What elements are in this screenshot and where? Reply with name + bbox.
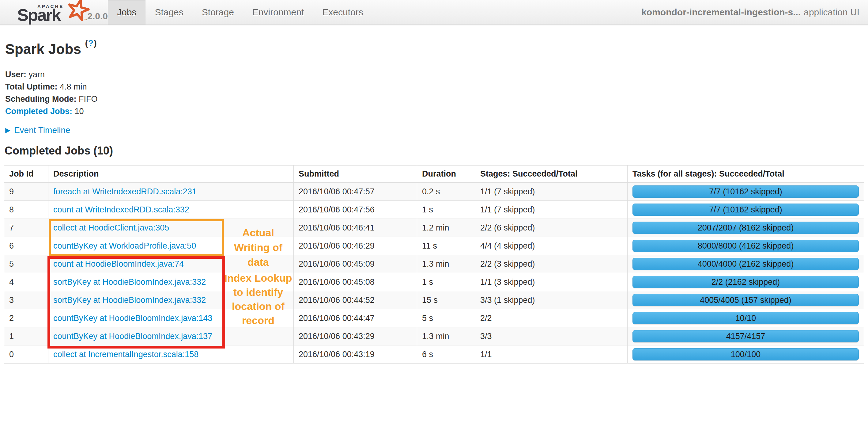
summary-user: User: yarn [5, 68, 864, 81]
event-timeline-label: Event Timeline [14, 125, 70, 135]
tab-stages[interactable]: Stages [146, 0, 192, 25]
help-paren-close: ) [94, 38, 97, 48]
completed-jobs-table: Job Id Description Submitted Duration St… [4, 165, 864, 364]
help-badge: (?) [85, 38, 97, 48]
summary-uptime-value: 4.8 min [60, 82, 87, 91]
job-description-link[interactable]: collect at IncrementalIngestor.scala:158 [53, 350, 198, 359]
tab-executors[interactable]: Executors [313, 0, 372, 25]
duration-cell: 1 s [417, 273, 475, 291]
job-description-link[interactable]: count at HoodieBloomIndex.java:74 [53, 259, 184, 269]
job-description-link[interactable]: collect at HoodieClient.java:305 [53, 223, 169, 232]
job-id-cell: 0 [4, 345, 49, 364]
table-header-row: Job Id Description Submitted Duration St… [4, 166, 864, 183]
submitted-cell: 2016/10/06 00:44:47 [294, 309, 417, 327]
application-title-suffix: application UI [804, 7, 860, 18]
completed-jobs-heading: Completed Jobs (10) [5, 144, 864, 157]
tab-environment[interactable]: Environment [243, 0, 313, 25]
submitted-cell: 2016/10/06 00:46:41 [294, 219, 417, 237]
job-id-cell: 2 [4, 309, 49, 327]
completed-jobs-table-wrapper: Job Id Description Submitted Duration St… [4, 165, 864, 364]
summary-scheduling-label: Scheduling Mode: [5, 94, 76, 104]
tasks-progress-bar: 10/10 [632, 312, 859, 324]
table-row: 7 collect at HoodieClient.java:305 2016/… [4, 219, 864, 237]
summary-user-label: User: [5, 70, 26, 79]
submitted-cell: 2016/10/06 00:45:08 [294, 273, 417, 291]
duration-cell: 1.3 min [417, 327, 475, 345]
submitted-cell: 2016/10/06 00:43:19 [294, 345, 417, 364]
tasks-progress-bar: 4005/4005 (157 skipped) [632, 294, 859, 306]
spark-star-icon [66, 0, 90, 23]
tasks-progress-bar: 4157/4157 [632, 330, 859, 342]
navbar-spacer [372, 0, 641, 25]
col-tasks: Tasks (for all stages): Succeeded/Total [627, 166, 864, 183]
help-question-icon[interactable]: ? [88, 38, 94, 48]
job-id-cell: 6 [4, 237, 49, 255]
help-paren-open: ( [85, 38, 88, 48]
submitted-cell: 2016/10/06 00:47:56 [294, 201, 417, 219]
col-stages: Stages: Succeeded/Total [475, 166, 627, 183]
navbar: APACHE Spark ™ 2.0.0 Jobs Stages Storage… [0, 0, 868, 25]
job-summary-list: User: yarn Total Uptime: 4.8 min Schedul… [5, 68, 864, 117]
job-description-link[interactable]: foreach at WriteIndexedRDD.scala:231 [53, 187, 197, 196]
table-row: 5 count at HoodieBloomIndex.java:74 2016… [4, 255, 864, 273]
summary-completed-jobs: Completed Jobs: 10 [5, 105, 864, 117]
job-id-cell: 8 [4, 201, 49, 219]
tab-jobs[interactable]: Jobs [108, 0, 146, 25]
col-job-id: Job Id [4, 166, 49, 183]
job-description-link[interactable]: countByKey at WorkloadProfile.java:50 [53, 241, 196, 250]
table-row: 6 countByKey at WorkloadProfile.java:50 … [4, 237, 864, 255]
tab-storage[interactable]: Storage [193, 0, 243, 25]
duration-cell: 15 s [417, 291, 475, 309]
job-id-cell: 9 [4, 183, 49, 201]
tasks-progress-bar: 8000/8000 (4162 skipped) [632, 240, 859, 252]
tasks-progress-bar: 100/100 [632, 348, 859, 361]
table-row: 8 count at WriteIndexedRDD.scala:332 201… [4, 201, 864, 219]
duration-cell: 11 s [417, 237, 475, 255]
job-description-link[interactable]: sortByKey at HoodieBloomIndex.java:332 [53, 277, 206, 287]
summary-completed-label[interactable]: Completed Jobs: [5, 107, 72, 116]
duration-cell: 5 s [417, 309, 475, 327]
job-description-link[interactable]: sortByKey at HoodieBloomIndex.java:332 [53, 295, 206, 305]
stages-cell: 3/3 [475, 327, 627, 345]
job-description-link[interactable]: count at WriteIndexedRDD.scala:332 [53, 205, 189, 214]
table-row: 0 collect at IncrementalIngestor.scala:1… [4, 345, 864, 364]
duration-cell: 6 s [417, 345, 475, 364]
job-id-cell: 3 [4, 291, 49, 309]
col-duration: Duration [417, 166, 475, 183]
page-title: Spark Jobs (?) [5, 38, 864, 57]
tasks-progress-bar: 7/7 (10162 skipped) [632, 186, 859, 198]
job-description-link[interactable]: countByKey at HoodieBloomIndex.java:143 [53, 314, 212, 323]
summary-scheduling-mode: Scheduling Mode: FIFO [5, 93, 864, 105]
table-row: 1 countByKey at HoodieBloomIndex.java:13… [4, 327, 864, 345]
stages-cell: 1/1 (7 skipped) [475, 183, 627, 201]
col-submitted: Submitted [294, 166, 417, 183]
submitted-cell: 2016/10/06 00:44:52 [294, 291, 417, 309]
job-id-cell: 4 [4, 273, 49, 291]
job-description-link[interactable]: countByKey at HoodieBloomIndex.java:137 [53, 332, 212, 341]
event-timeline-toggle[interactable]: ▶ Event Timeline [5, 125, 864, 135]
tasks-progress-bar: 2/2 (2162 skipped) [632, 276, 859, 288]
application-name: komondor-incremental-ingestion-s... [641, 7, 801, 18]
summary-uptime-label: Total Uptime: [5, 82, 58, 91]
table-row: 9 foreach at WriteIndexedRDD.scala:231 2… [4, 183, 864, 201]
duration-cell: 1 s [417, 201, 475, 219]
application-title: komondor-incremental-ingestion-s... appl… [641, 0, 868, 25]
tasks-progress-bar: 7/7 (10162 skipped) [632, 203, 859, 216]
duration-cell: 1.2 min [417, 219, 475, 237]
summary-uptime: Total Uptime: 4.8 min [5, 81, 864, 93]
stages-cell: 2/2 [475, 309, 627, 327]
spark-wordmark: Spark [17, 5, 60, 25]
submitted-cell: 2016/10/06 00:43:29 [294, 327, 417, 345]
stages-cell: 2/2 (6 skipped) [475, 219, 627, 237]
col-description: Description [49, 166, 294, 183]
stages-cell: 4/4 (4 skipped) [475, 237, 627, 255]
job-id-cell: 7 [4, 219, 49, 237]
page-title-text: Spark Jobs [5, 41, 81, 57]
nav-tabs: Jobs Stages Storage Environment Executor… [108, 0, 372, 25]
stages-cell: 1/1 (7 skipped) [475, 201, 627, 219]
duration-cell: 0.2 s [417, 183, 475, 201]
job-id-cell: 1 [4, 327, 49, 345]
submitted-cell: 2016/10/06 00:47:57 [294, 183, 417, 201]
stages-cell: 1/1 [475, 345, 627, 364]
spark-brand: APACHE Spark ™ 2.0.0 [0, 0, 108, 25]
